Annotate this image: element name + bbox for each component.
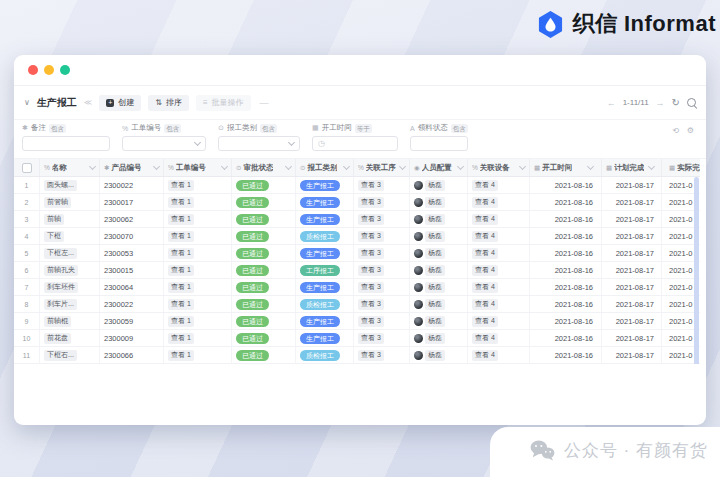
process-view-link[interactable]: 查看 3 [358,265,384,276]
header-cell[interactable]: % 关联工序 [354,159,410,176]
equipment-view-link[interactable]: 查看 4 [472,333,498,344]
column-menu-chevron-icon[interactable] [399,163,406,170]
equipment-view-link[interactable]: 查看 4 [472,299,498,310]
next-page-icon[interactable]: → [656,98,665,108]
name-chip[interactable]: 圆头螺... [44,180,77,191]
name-chip[interactable]: 下框 [44,231,64,242]
process-view-link[interactable]: 查看 3 [358,282,384,293]
column-menu-chevron-icon[interactable] [89,163,96,170]
name-chip[interactable]: 前管轴 [44,197,71,208]
work-order-view-link[interactable]: 查看 1 [168,214,194,225]
header-cell[interactable]: ▦ 开工时间 [530,159,602,176]
person-name-chip[interactable]: 杨磊 [425,180,445,191]
process-view-link[interactable]: 查看 3 [358,231,384,242]
equipment-view-link[interactable]: 查看 4 [472,248,498,259]
process-view-link[interactable]: 查看 3 [358,197,384,208]
person-name-chip[interactable]: 杨磊 [425,265,445,276]
equipment-view-link[interactable]: 查看 4 [472,282,498,293]
person-name-chip[interactable]: 杨磊 [425,299,445,310]
person-name-chip[interactable]: 杨磊 [425,231,445,242]
header-cell[interactable]: % 工单编号 [164,159,232,176]
filter-input[interactable] [22,136,110,151]
column-menu-chevron-icon[interactable] [285,163,292,170]
process-view-link[interactable]: 查看 3 [358,350,384,361]
name-chip[interactable]: 下框右... [44,350,77,361]
header-cell[interactable]: % 名称 [40,159,100,176]
work-order-view-link[interactable]: 查看 1 [168,299,194,310]
table-scrollbar[interactable] [694,177,699,364]
filter-operator-tag[interactable]: 包含 [49,124,66,133]
process-view-link[interactable]: 查看 3 [358,180,384,191]
process-view-link[interactable]: 查看 3 [358,214,384,225]
equipment-view-link[interactable]: 查看 4 [472,350,498,361]
name-chip[interactable]: 前轴棍 [44,316,71,327]
name-chip[interactable]: 刹车片... [44,299,77,310]
equipment-view-link[interactable]: 查看 4 [472,180,498,191]
more-actions-icon[interactable]: — [260,98,269,108]
column-menu-chevron-icon[interactable] [153,163,160,170]
filter-operator-tag[interactable]: 包含 [164,124,181,133]
process-view-link[interactable]: 查看 3 [358,316,384,327]
person-name-chip[interactable]: 杨磊 [425,350,445,361]
name-chip[interactable]: 前轴 [44,214,64,225]
work-order-view-link[interactable]: 查看 1 [168,231,194,242]
zoom-window-icon[interactable] [60,65,70,75]
filter-input[interactable] [410,136,468,151]
column-menu-chevron-icon[interactable] [221,163,228,170]
column-menu-chevron-icon[interactable] [519,163,526,170]
header-cell[interactable]: ⊙ 审批状态 [232,159,296,176]
create-button[interactable]: + 创建 [99,95,141,111]
refresh-icon[interactable]: ↻ [672,97,680,108]
header-cell[interactable]: ▦ 计划完成 [602,159,662,176]
process-view-link[interactable]: 查看 3 [358,333,384,344]
column-menu-chevron-icon[interactable] [343,163,350,170]
work-order-view-link[interactable]: 查看 1 [168,333,194,344]
prev-page-icon[interactable]: ← [607,98,616,108]
equipment-view-link[interactable]: 查看 4 [472,265,498,276]
column-menu-chevron-icon[interactable] [457,163,464,170]
person-name-chip[interactable]: 杨磊 [425,197,445,208]
equipment-view-link[interactable]: 查看 4 [472,214,498,225]
person-name-chip[interactable]: 杨磊 [425,214,445,225]
work-order-view-link[interactable]: 查看 1 [168,350,194,361]
filter-input[interactable]: ◷ [312,136,398,151]
process-view-link[interactable]: 查看 3 [358,248,384,259]
equipment-view-link[interactable]: 查看 4 [472,231,498,242]
header-cell[interactable]: ▦ 实际完成 [662,159,700,176]
person-name-chip[interactable]: 杨磊 [425,282,445,293]
work-order-view-link[interactable]: 查看 1 [168,197,194,208]
equipment-view-link[interactable]: 查看 4 [472,197,498,208]
person-name-chip[interactable]: 杨磊 [425,248,445,259]
work-order-view-link[interactable]: 查看 1 [168,316,194,327]
work-order-view-link[interactable]: 查看 1 [168,248,194,259]
filter-refresh-icon[interactable]: ⟲ [672,126,679,135]
person-name-chip[interactable]: 杨磊 [425,333,445,344]
work-order-view-link[interactable]: 查看 1 [168,282,194,293]
close-window-icon[interactable] [28,65,38,75]
filter-operator-tag[interactable]: 包含 [260,124,277,133]
filter-settings-icon[interactable]: ⚙ [687,126,694,135]
equipment-view-link[interactable]: 查看 4 [472,316,498,327]
work-order-view-link[interactable]: 查看 1 [168,265,194,276]
work-order-view-link[interactable]: 查看 1 [168,180,194,191]
filter-operator-tag[interactable]: 等于 [355,124,372,133]
filter-operator-tag[interactable]: 包含 [451,124,468,133]
name-chip[interactable]: 下框左... [44,248,77,259]
header-cell[interactable]: ◉ 人员配置 [410,159,468,176]
column-menu-chevron-icon[interactable] [587,163,594,170]
name-chip[interactable]: 刹车坯件 [44,282,78,293]
sort-button[interactable]: ⇅ 排序 [148,95,189,111]
name-chip[interactable]: 前花盘 [44,333,71,344]
header-cell[interactable]: ✱ 产品编号 [100,159,164,176]
minimize-window-icon[interactable] [44,65,54,75]
filter-input[interactable] [218,136,300,151]
process-view-link[interactable]: 查看 3 [358,299,384,310]
batch-operations-button[interactable]: ≡ 批量操作 [196,95,251,111]
filter-input[interactable] [122,136,206,151]
view-collapse-chevron-icon[interactable]: ∨ [24,98,30,107]
select-all-checkbox[interactable] [22,163,32,173]
view-share-icon[interactable]: ≪ [84,98,92,107]
header-cell[interactable]: % 关联设备 [468,159,530,176]
name-chip[interactable]: 前轴孔夹 [44,265,78,276]
person-name-chip[interactable]: 杨磊 [425,316,445,327]
